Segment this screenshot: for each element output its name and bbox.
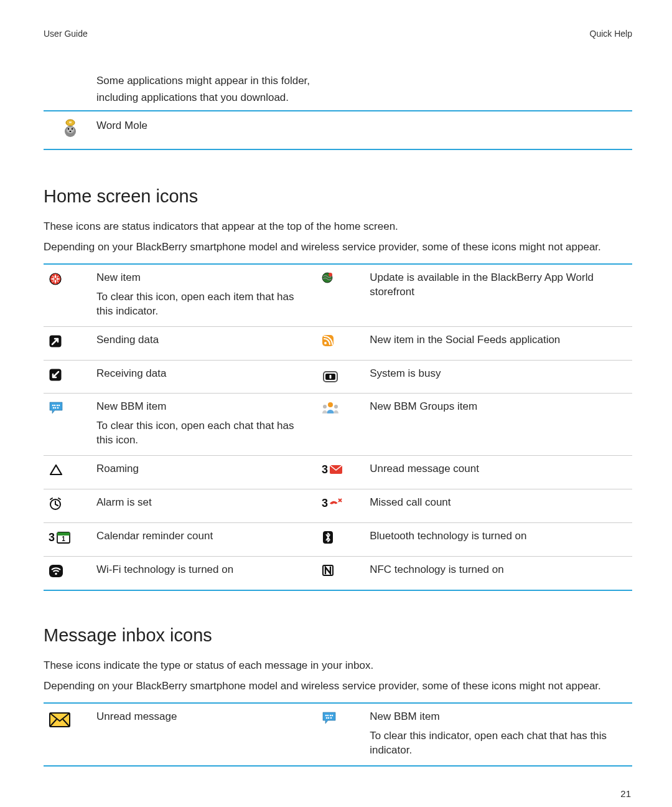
svg-point-13 <box>324 342 327 344</box>
svg-point-24 <box>57 407 59 409</box>
cell-missed-call-count: 3 Missed call count <box>314 489 632 522</box>
table-row: Sending data New item in the Social Feed… <box>44 327 632 361</box>
cell-wifi: Wi-Fi technology is turned on <box>44 557 314 590</box>
svg-point-5 <box>71 128 72 130</box>
cell-social-feeds: New item in the Social Feeds application <box>314 327 632 360</box>
home-icons-p2: Depending on your BlackBerry smartphone … <box>44 240 632 255</box>
appworld-icon <box>317 271 370 283</box>
table-row: New item To clear this icon, open each i… <box>44 265 632 327</box>
inbox-icons-p2: Depending on your BlackBerry smartphone … <box>44 679 632 694</box>
system-busy-icon <box>317 367 370 385</box>
home-icons-table: New item To clear this icon, open each i… <box>44 263 632 591</box>
cell-title: New item in the Social Feeds application <box>370 333 620 347</box>
cell-title: Sending data <box>96 333 302 347</box>
nfc-icon <box>317 563 370 577</box>
table-row: Receiving data System is busy <box>44 361 632 394</box>
inbox-icons-heading: Message inbox icons <box>44 623 632 648</box>
table-row: Wi-Fi technology is turned on NFC techno… <box>44 557 632 590</box>
header-right: Quick Help <box>590 28 632 40</box>
cell-sending-data: Sending data <box>44 327 314 360</box>
svg-point-42 <box>326 717 328 719</box>
alarm-icon <box>44 496 96 511</box>
social-feeds-icon <box>317 333 370 347</box>
svg-point-10 <box>329 273 332 276</box>
cell-title: Wi-Fi technology is turned on <box>96 563 302 577</box>
cell-title: System is busy <box>370 367 620 381</box>
table-row: Alarm is set 3 Missed call count <box>44 489 632 523</box>
cell-alarm: Alarm is set <box>44 489 314 522</box>
document-page: User Guide Quick Help Some applications … <box>0 0 672 807</box>
svg-point-3 <box>67 127 74 133</box>
cell-title: Missed call count <box>370 496 620 510</box>
cell-bbm: New BBM item To clear this icon, open ea… <box>44 394 314 455</box>
svg-rect-17 <box>330 375 332 379</box>
intro-line-2: including applications that you download… <box>96 91 632 105</box>
cell-sub: To clear this icon, open each item that … <box>96 290 302 319</box>
page-header: User Guide Quick Help <box>44 28 632 40</box>
svg-point-18 <box>52 405 54 407</box>
inbox-icons-table: Unread message New BBM item To clear thi… <box>44 702 632 767</box>
page-number: 21 <box>620 788 631 800</box>
cell-title: New BBM item <box>370 710 620 724</box>
svg-point-43 <box>328 717 330 719</box>
cell-title: Update is available in the BlackBerry Ap… <box>370 271 620 300</box>
svg-rect-1 <box>69 121 72 123</box>
table-row: New BBM item To clear this icon, open ea… <box>44 394 632 456</box>
cell-bbm-groups: New BBM Groups item <box>314 394 632 455</box>
unread-count-icon: 3 <box>317 462 370 476</box>
cell-title: Alarm is set <box>96 496 302 510</box>
word-mole-icon <box>44 119 96 138</box>
table-row: Roaming 3 Unread message count <box>44 456 632 489</box>
svg-point-6 <box>69 131 71 132</box>
cell-title: New BBM Groups item <box>370 400 620 414</box>
cell-new-item: New item To clear this icon, open each i… <box>44 265 314 326</box>
svg-point-41 <box>332 715 334 717</box>
cell-unread-count: 3 Unread message count <box>314 456 632 489</box>
intro-line-1: Some applications might appear in this f… <box>96 74 632 88</box>
svg-point-22 <box>53 407 55 409</box>
svg-point-26 <box>323 405 327 408</box>
cell-sub: To clear this indicator, open each chat … <box>370 729 620 758</box>
receiving-data-icon <box>44 367 96 382</box>
header-left: User Guide <box>44 28 88 40</box>
cell-title: Roaming <box>96 462 302 476</box>
cell-unread-message: Unread message <box>44 704 314 765</box>
intro-text: Some applications might appear in this f… <box>96 74 632 105</box>
svg-point-25 <box>328 402 333 407</box>
cell-roaming: Roaming <box>44 456 314 489</box>
svg-point-38 <box>325 715 327 717</box>
calendar-count-icon: 3 1 <box>44 529 96 544</box>
cell-calendar-count: 3 1 Calendar reminder count <box>44 523 314 556</box>
bbm-icon <box>317 710 370 725</box>
badge-number: 3 <box>322 463 328 476</box>
svg-point-44 <box>330 717 332 719</box>
unread-message-icon <box>44 710 96 729</box>
svg-point-27 <box>334 405 338 408</box>
games-row: Word Mole <box>44 110 632 150</box>
svg-point-21 <box>58 405 60 407</box>
svg-point-40 <box>330 715 332 717</box>
cell-nfc: NFC technology is turned on <box>314 557 632 590</box>
inbox-icons-p1: These icons indicate the type or status … <box>44 659 632 673</box>
cell-receiving-data: Receiving data <box>44 361 314 394</box>
roaming-icon <box>44 462 96 477</box>
bbm-groups-icon <box>317 400 370 416</box>
cell-title: New BBM item <box>96 400 302 414</box>
cell-bluetooth: Bluetooth technology is turned on <box>314 523 632 556</box>
bluetooth-icon <box>317 529 370 544</box>
cell-inbox-bbm: New BBM item To clear this indicator, op… <box>314 704 632 765</box>
home-icons-p1: These icons are status indicators that a… <box>44 220 632 234</box>
cell-title: NFC technology is turned on <box>370 563 620 577</box>
badge-number: 3 <box>322 497 328 509</box>
table-row: Unread message New BBM item To clear thi… <box>44 704 632 765</box>
svg-point-39 <box>327 715 329 717</box>
cell-title: Receiving data <box>96 367 302 381</box>
cell-title: Unread message <box>96 710 302 724</box>
svg-point-35 <box>55 573 57 575</box>
cell-system-busy: System is busy <box>314 361 632 394</box>
svg-text:1: 1 <box>62 536 65 542</box>
bbm-icon <box>44 400 96 415</box>
cell-title: New item <box>96 271 302 285</box>
cell-title: Bluetooth technology is turned on <box>370 529 620 544</box>
svg-point-23 <box>55 407 57 409</box>
